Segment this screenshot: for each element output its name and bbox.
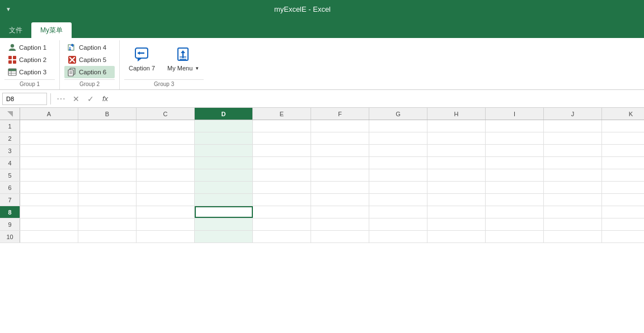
cell-A1[interactable]	[20, 120, 78, 132]
cell-J1[interactable]	[544, 120, 602, 132]
caption5-button[interactable]: Caption 5	[64, 54, 115, 66]
cell-K9[interactable]	[602, 218, 644, 230]
cell-F5[interactable]	[311, 169, 369, 181]
cell-E6[interactable]	[253, 182, 311, 193]
cell-A7[interactable]	[20, 194, 78, 206]
cell-G6[interactable]	[369, 182, 427, 193]
cell-A4[interactable]	[20, 157, 78, 169]
cell-D3[interactable]	[195, 145, 253, 156]
corner-cell[interactable]	[0, 108, 20, 120]
cell-F1[interactable]	[311, 120, 369, 132]
col-header-E[interactable]: E	[253, 108, 311, 120]
cell-J7[interactable]	[544, 194, 602, 206]
cell-C5[interactable]	[137, 169, 195, 181]
cell-C9[interactable]	[137, 218, 195, 230]
cell-G5[interactable]	[369, 169, 427, 181]
cell-E7[interactable]	[253, 194, 311, 206]
cell-D7[interactable]	[195, 194, 253, 206]
cell-G4[interactable]	[369, 157, 427, 169]
cell-J8[interactable]	[544, 206, 602, 218]
cell-B9[interactable]	[78, 218, 137, 230]
cell-D8[interactable]	[195, 206, 253, 218]
cell-I8[interactable]	[486, 206, 544, 218]
row-header-2[interactable]: 2	[0, 132, 20, 144]
cell-G3[interactable]	[369, 145, 427, 156]
cell-K5[interactable]	[602, 169, 644, 181]
row-header-8[interactable]: 8	[0, 206, 20, 218]
cell-B8[interactable]	[78, 206, 137, 218]
cell-K2[interactable]	[602, 132, 644, 144]
cell-H8[interactable]	[427, 206, 486, 218]
cell-F8[interactable]	[311, 206, 369, 218]
cell-G7[interactable]	[369, 194, 427, 206]
row-header-10[interactable]: 10	[0, 231, 20, 242]
cell-I7[interactable]	[486, 194, 544, 206]
cell-A3[interactable]	[20, 145, 78, 156]
cell-F6[interactable]	[311, 182, 369, 193]
cell-A5[interactable]	[20, 169, 78, 181]
col-header-D[interactable]: D	[195, 108, 253, 120]
cell-H4[interactable]	[427, 157, 486, 169]
cell-B4[interactable]	[78, 157, 137, 169]
col-header-G[interactable]: G	[369, 108, 427, 120]
col-header-C[interactable]: C	[137, 108, 195, 120]
col-header-H[interactable]: H	[427, 108, 486, 120]
cell-A9[interactable]	[20, 218, 78, 230]
col-header-K[interactable]: K	[602, 108, 644, 120]
cell-E4[interactable]	[253, 157, 311, 169]
cell-C8[interactable]	[137, 206, 195, 218]
cell-C1[interactable]	[137, 120, 195, 132]
cell-E3[interactable]	[253, 145, 311, 156]
cell-D6[interactable]	[195, 182, 253, 193]
cell-C3[interactable]	[137, 145, 195, 156]
cell-K4[interactable]	[602, 157, 644, 169]
cell-K1[interactable]	[602, 120, 644, 132]
row-header-3[interactable]: 3	[0, 145, 20, 156]
cell-J5[interactable]	[544, 169, 602, 181]
cell-G8[interactable]	[369, 206, 427, 218]
cell-H2[interactable]	[427, 132, 486, 144]
cell-K3[interactable]	[602, 145, 644, 156]
my-menu-button[interactable]: My Menu ▼	[163, 44, 204, 74]
cell-J10[interactable]	[544, 231, 602, 242]
cell-I2[interactable]	[486, 132, 544, 144]
caption6-button[interactable]: Caption 6	[64, 66, 115, 78]
cell-H5[interactable]	[427, 169, 486, 181]
cell-C4[interactable]	[137, 157, 195, 169]
cell-J9[interactable]	[544, 218, 602, 230]
caption4-button[interactable]: Caption 4	[64, 41, 115, 54]
caption1-button[interactable]: Caption 1	[4, 41, 55, 54]
cell-E5[interactable]	[253, 169, 311, 181]
fx-button[interactable]: fx	[99, 93, 111, 105]
cell-D4[interactable]	[195, 157, 253, 169]
cell-H10[interactable]	[427, 231, 486, 242]
col-header-F[interactable]: F	[311, 108, 369, 120]
cell-F9[interactable]	[311, 218, 369, 230]
row-header-7[interactable]: 7	[0, 194, 20, 206]
cell-E8[interactable]	[253, 206, 311, 218]
cell-G9[interactable]	[369, 218, 427, 230]
cell-K8[interactable]	[602, 206, 644, 218]
row-header-4[interactable]: 4	[0, 157, 20, 169]
cell-A2[interactable]	[20, 132, 78, 144]
cell-I10[interactable]	[486, 231, 544, 242]
cell-B6[interactable]	[78, 182, 137, 193]
cell-J2[interactable]	[544, 132, 602, 144]
cell-G1[interactable]	[369, 120, 427, 132]
cell-C10[interactable]	[137, 231, 195, 242]
col-header-I[interactable]: I	[486, 108, 544, 120]
cell-D5[interactable]	[195, 169, 253, 181]
cell-I9[interactable]	[486, 218, 544, 230]
cell-H7[interactable]	[427, 194, 486, 206]
cell-J3[interactable]	[544, 145, 602, 156]
cell-B10[interactable]	[78, 231, 137, 242]
cell-I5[interactable]	[486, 169, 544, 181]
caption3-button[interactable]: Caption 3	[4, 66, 55, 78]
cell-I4[interactable]	[486, 157, 544, 169]
cell-B3[interactable]	[78, 145, 137, 156]
formula-input[interactable]	[114, 94, 642, 104]
cell-K6[interactable]	[602, 182, 644, 193]
cell-H6[interactable]	[427, 182, 486, 193]
cell-G2[interactable]	[369, 132, 427, 144]
cell-A8[interactable]	[20, 206, 78, 218]
